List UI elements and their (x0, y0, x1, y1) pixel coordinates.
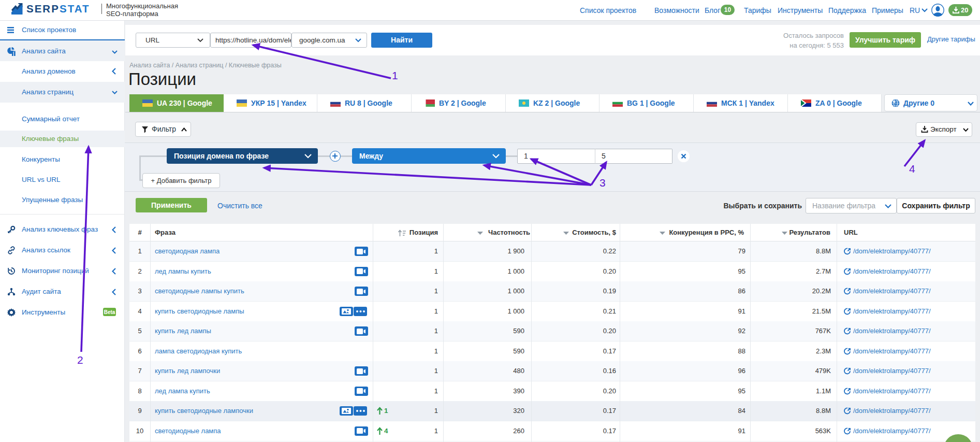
svg-text:4: 4 (909, 163, 915, 175)
svg-text:1: 1 (392, 69, 398, 81)
svg-text:2: 2 (77, 354, 83, 366)
svg-text:3: 3 (599, 177, 606, 189)
